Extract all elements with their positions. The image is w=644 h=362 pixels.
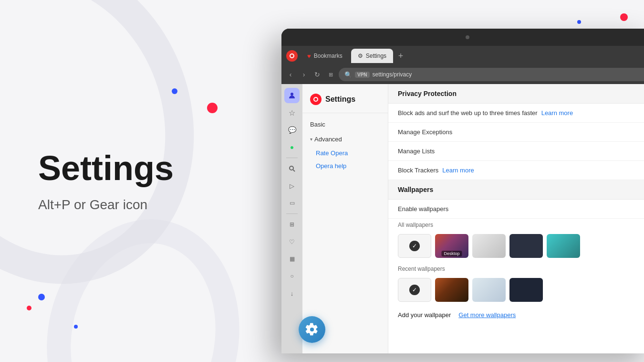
address-bar-row: ‹ › ↻ ⊞ 🔍 VPN settings/privacy — [281, 66, 644, 84]
svg-point-1 — [290, 166, 293, 170]
page-title: Settings — [38, 149, 301, 187]
sidebar-icon-whatsapp[interactable]: ● — [284, 139, 300, 155]
tab-settings[interactable]: ⚙ Settings — [351, 49, 393, 63]
gear-tab-icon: ⚙ — [358, 53, 363, 59]
settings-header: Settings — [302, 90, 388, 113]
page-subtitle: Alt+P or Gear icon — [38, 197, 301, 213]
svg-line-2 — [293, 170, 295, 172]
wallpaper-recent-1[interactable]: ✓ — [398, 278, 431, 302]
nav-item-basic[interactable]: Basic — [302, 117, 388, 132]
section-privacy: Privacy Protection Block ads and surf th… — [388, 84, 644, 180]
vpn-badge: VPN — [355, 72, 370, 78]
setting-manage-lists[interactable]: Manage Lists — [388, 142, 644, 161]
heart-tab-icon: ♥ — [307, 53, 311, 60]
wallpaper-thumb-2[interactable]: Desktop — [435, 234, 468, 258]
forward-button[interactable]: › — [299, 69, 309, 80]
bottom-actions: Add your wallpaper Get more wallpapers — [388, 307, 644, 323]
wallpaper-recent-3[interactable] — [472, 278, 506, 302]
section-wallpapers-header: Wallpapers — [388, 180, 644, 200]
camera-icon — [466, 35, 469, 39]
sub-label-all-wallpapers: All wallpapers — [388, 219, 644, 229]
dot-blue-4 — [577, 20, 581, 24]
learn-more-link-1[interactable]: Learn more — [541, 109, 573, 117]
browser-tab-bar: ♥ Bookmarks ⚙ Settings + — [281, 46, 644, 66]
chevron-icon: ▾ — [310, 137, 312, 142]
tab-container: ♥ Bookmarks ⚙ Settings + — [301, 46, 644, 66]
wallpaper-thumb-3[interactable] — [472, 234, 506, 258]
browser-titlebar — [281, 29, 644, 46]
sidebar-icon-user[interactable] — [284, 88, 300, 103]
wallpaper-label-desktop: Desktop — [441, 251, 462, 256]
settings-nav-title: Settings — [325, 95, 355, 104]
wallpaper-thumb-1[interactable]: ✓ — [398, 234, 431, 258]
sidebar-icon-grid[interactable]: ⊞ — [284, 217, 300, 232]
sidebar-icon-clock[interactable]: ○ — [284, 268, 300, 284]
setting-block-trackers: Block Trackers Learn more — [388, 161, 644, 180]
opera-icon — [286, 50, 298, 62]
back-button[interactable]: ‹ — [285, 69, 296, 80]
sidebar-icon-search[interactable] — [284, 161, 300, 176]
wallpaper-grid-recent: ✓ — [388, 273, 644, 307]
sidebar-icon-messenger[interactable]: 💬 — [284, 122, 300, 138]
sidebar-icon-video[interactable]: ▭ — [284, 195, 300, 211]
browser-mockup: ♥ Bookmarks ⚙ Settings + ‹ › ↻ ⊞ 🔍 VPN s… — [281, 29, 644, 353]
left-panel: Settings Alt+P or Gear icon — [38, 0, 301, 362]
wallpaper-grid-all: ✓ Desktop — [388, 229, 644, 263]
learn-more-link-2[interactable]: Learn more — [442, 167, 474, 174]
tab-add-button[interactable]: + — [395, 50, 406, 62]
tab-settings-label: Settings — [366, 53, 386, 59]
wallpaper-recent-2[interactable] — [435, 278, 468, 302]
sidebar-icons: ☆ 💬 ● ▷ ▭ ⊞ ♡ ▦ ○ ↓ — [281, 84, 302, 353]
settings-content: Privacy Protection Block ads and surf th… — [388, 84, 644, 353]
nav-item-advanced[interactable]: ▾ Advanced — [302, 132, 388, 147]
section-wallpapers: Wallpapers Enable wallpapers All wallpap… — [388, 180, 644, 323]
nav-link-rate-opera[interactable]: Rate Opera — [302, 147, 388, 160]
wallpaper-thumb-5[interactable] — [547, 234, 580, 258]
sidebar-icon-calendar[interactable]: ▦ — [284, 251, 300, 266]
reload-button[interactable]: ↻ — [312, 69, 322, 80]
tab-bookmarks-label: Bookmarks — [314, 53, 343, 59]
sidebar-divider-1 — [286, 158, 298, 158]
settings-nav: Settings Basic ▾ Advanced Rate Opera Ope… — [302, 84, 388, 353]
nav-link-opera-help[interactable]: Opera help — [302, 160, 388, 172]
snap-button[interactable]: ⊞ — [325, 69, 336, 80]
check-mark-2: ✓ — [409, 285, 420, 295]
wallpaper-recent-4[interactable] — [509, 278, 543, 302]
setting-block-ads: Block ads and surf the web up to three t… — [388, 104, 644, 123]
wallpaper-thumb-4[interactable] — [509, 234, 543, 258]
sub-label-recent-wallpapers: Recent wallpapers — [388, 263, 644, 273]
setting-manage-exceptions[interactable]: Manage Exceptions — [388, 123, 644, 142]
sidebar-icon-heart[interactable]: ♡ — [284, 234, 300, 249]
sidebar-icon-download[interactable]: ↓ — [284, 286, 300, 301]
svg-point-0 — [291, 93, 293, 96]
sidebar-divider-2 — [286, 213, 298, 214]
opera-logo — [310, 94, 322, 105]
gear-settings-button[interactable] — [299, 316, 325, 343]
tab-bookmarks[interactable]: ♥ Bookmarks — [301, 49, 349, 63]
address-bar[interactable]: 🔍 VPN settings/privacy — [339, 68, 644, 81]
gear-icon — [305, 323, 319, 336]
sidebar-icon-star[interactable]: ☆ — [284, 105, 300, 120]
search-icon: 🔍 — [344, 71, 352, 78]
dot-red-2 — [27, 306, 31, 310]
setting-enable-wallpapers[interactable]: Enable wallpapers — [388, 200, 644, 219]
check-mark-1: ✓ — [409, 241, 420, 251]
address-text: settings/privacy — [373, 71, 412, 78]
section-privacy-header: Privacy Protection — [388, 84, 644, 104]
browser-content: ☆ 💬 ● ▷ ▭ ⊞ ♡ ▦ ○ ↓ Sett — [281, 84, 644, 353]
add-wallpaper-link[interactable]: Add your wallpaper — [398, 311, 451, 319]
dot-red-3 — [620, 13, 628, 21]
get-more-wallpapers-link[interactable]: Get more wallpapers — [458, 311, 516, 319]
sidebar-icon-play[interactable]: ▷ — [284, 178, 300, 193]
settings-panel: Settings Basic ▾ Advanced Rate Opera Ope… — [302, 84, 644, 353]
